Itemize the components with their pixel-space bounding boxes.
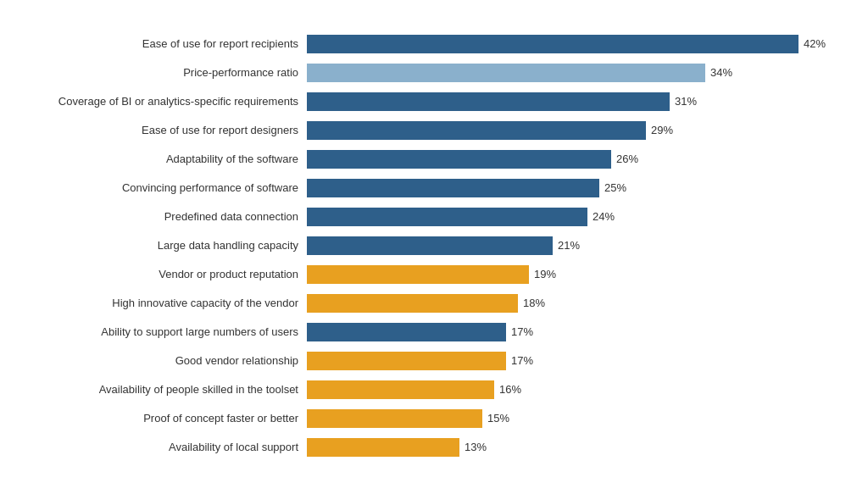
bar-label: Predefined data connection <box>36 210 307 223</box>
bar-value: 18% <box>523 297 545 309</box>
bar-fill <box>307 150 611 169</box>
bar-row: Ability to support large numbers of user… <box>36 319 824 345</box>
bar-value: 21% <box>558 239 580 252</box>
bar-value: 17% <box>511 325 533 338</box>
bar-track: 15% <box>307 409 824 428</box>
bar-label: Vendor or product reputation <box>36 268 307 280</box>
bar-label: Convincing performance of software <box>36 181 307 194</box>
bar-value: 16% <box>499 383 521 396</box>
bar-fill <box>307 64 705 82</box>
bar-track: 34% <box>307 64 824 82</box>
bar-value: 15% <box>487 412 509 425</box>
bar-track: 17% <box>307 323 824 341</box>
bar-fill <box>307 35 798 53</box>
bar-track: 19% <box>307 265 824 284</box>
bar-track: 16% <box>307 380 824 399</box>
bar-label: Coverage of BI or analytics-specific req… <box>36 95 307 108</box>
bar-fill <box>307 294 518 313</box>
bar-label: Ease of use for report recipients <box>36 37 307 50</box>
bar-row: Vendor or product reputation19% <box>36 262 824 287</box>
bar-label: Ability to support large numbers of user… <box>36 325 307 338</box>
bar-fill <box>307 236 553 255</box>
bar-label: High innovative capacity of the vendor <box>36 297 307 309</box>
bar-fill <box>307 208 587 226</box>
bar-row: Proof of concept faster or better15% <box>36 406 824 431</box>
bar-value: 31% <box>675 95 697 108</box>
bar-row: Availability of people skilled in the to… <box>36 377 824 402</box>
bar-value: 26% <box>616 153 638 165</box>
bar-row: Convincing performance of software25% <box>36 175 824 201</box>
bar-track: 17% <box>307 352 824 370</box>
bar-row: Good vendor relationship17% <box>36 348 824 374</box>
bar-track: 42% <box>307 35 826 53</box>
bar-track: 31% <box>307 92 824 111</box>
bar-label: Availability of local support <box>36 441 307 453</box>
bar-track: 29% <box>307 121 824 140</box>
bar-value: 19% <box>534 268 556 280</box>
bar-value: 17% <box>511 354 533 367</box>
bar-fill <box>307 265 529 284</box>
bar-track: 13% <box>307 438 824 457</box>
bar-row: Predefined data connection24% <box>36 204 824 230</box>
bar-label: Adaptability of the software <box>36 153 307 165</box>
bar-fill <box>307 179 599 197</box>
bar-track: 18% <box>307 294 824 313</box>
bar-fill <box>307 409 482 428</box>
bar-row: Adaptability of the software26% <box>36 147 824 172</box>
bar-value: 13% <box>465 441 487 453</box>
bar-label: Price-performance ratio <box>36 66 307 79</box>
bar-fill <box>307 92 670 111</box>
bar-track: 26% <box>307 150 824 169</box>
bar-value: 42% <box>804 37 826 50</box>
bar-fill <box>307 380 494 399</box>
bar-label: Availability of people skilled in the to… <box>36 383 307 396</box>
bar-value: 29% <box>651 124 673 136</box>
bar-value: 24% <box>593 210 615 223</box>
bars-wrapper: Ease of use for report recipients42%Pric… <box>36 31 824 460</box>
bar-label: Proof of concept faster or better <box>36 412 307 425</box>
bar-label: Ease of use for report designers <box>36 124 307 136</box>
bar-track: 25% <box>307 179 824 197</box>
bar-fill <box>307 438 459 457</box>
bar-fill <box>307 323 506 341</box>
chart-container: Ease of use for report recipients42%Pric… <box>27 6 841 489</box>
bar-track: 24% <box>307 208 824 226</box>
bar-row: Price-performance ratio34% <box>36 60 824 86</box>
bar-track: 21% <box>307 236 824 255</box>
bar-value: 25% <box>604 181 626 194</box>
bar-row: Ease of use for report recipients42% <box>36 31 824 57</box>
bar-value: 34% <box>710 66 732 79</box>
bar-row: Large data handling capacity21% <box>36 233 824 258</box>
bar-fill <box>307 121 646 140</box>
bar-fill <box>307 352 506 370</box>
bar-row: Availability of local support13% <box>36 435 824 460</box>
bar-row: Ease of use for report designers29% <box>36 118 824 143</box>
bar-label: Large data handling capacity <box>36 239 307 252</box>
bar-row: Coverage of BI or analytics-specific req… <box>36 89 824 114</box>
bar-label: Good vendor relationship <box>36 354 307 367</box>
bar-row: High innovative capacity of the vendor18… <box>36 291 824 316</box>
